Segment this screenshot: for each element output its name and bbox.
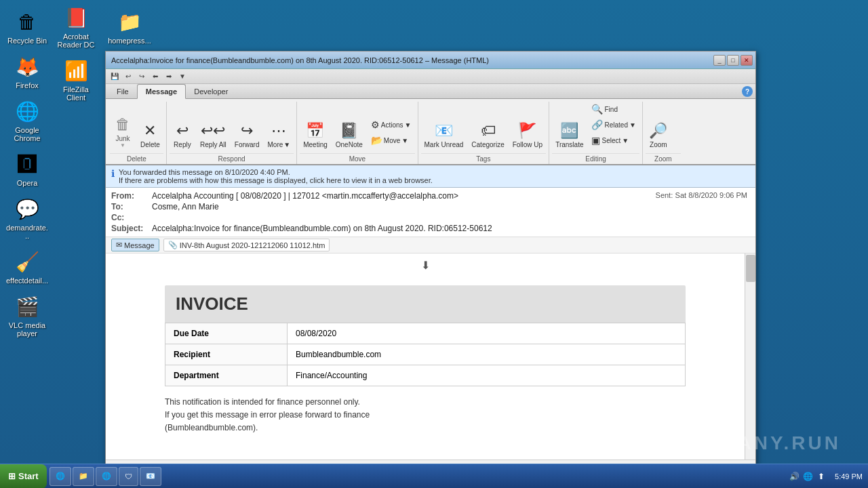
to-label: To:	[111, 202, 152, 211]
redo-qa-button[interactable]: ↪	[136, 70, 148, 83]
message-header: From: Accelalpha Accounting [ 08/08/2020…	[106, 188, 755, 237]
chrome-label: Google Chrome	[5, 126, 49, 142]
invoice-table: Due Date 08/08/2020 Recipient Bumbleandb…	[165, 323, 686, 386]
save-qa-button[interactable]: 💾	[108, 70, 121, 83]
tags-group-label: Tags	[421, 153, 547, 164]
recipient-label: Recipient	[165, 344, 288, 365]
desktop-icon-firefox[interactable]: 🦊 Firefox	[3, 50, 52, 92]
from-row: From: Accelalpha Accounting [ 08/08/2020…	[111, 190, 656, 201]
meeting-icon: 📅	[306, 122, 324, 140]
ribbon-group-respond: ↩ Reply ↩↩ Reply All ↪ Forward ⋯ Mo	[167, 102, 297, 164]
tray-volume-icon[interactable]: 🔊	[789, 471, 800, 482]
scrollbar[interactable]	[745, 253, 755, 460]
desktop-icon-acrobat[interactable]: 📕 Acrobat Reader DC	[52, 1, 100, 52]
editing-group-label: Editing	[552, 153, 639, 164]
ribbon-group-tags: 📧 Mark Unread 🏷 Categorize 🚩 Follow Up T…	[418, 102, 550, 164]
zoom-button[interactable]: 🔎 Zoom	[646, 120, 671, 150]
reply-all-button[interactable]: ↩↩ Reply All	[197, 120, 230, 150]
respond-group-buttons: ↩ Reply ↩↩ Reply All ↪ Forward ⋯ Mo	[170, 102, 294, 153]
desktop-icon-ccleaner[interactable]: 🧹 effectdetail...	[3, 245, 52, 287]
desktop-icon-skype[interactable]: 💬 demandrate...	[3, 192, 52, 243]
due-date-value: 08/08/2020	[288, 323, 686, 344]
chrome-icon: 🌐	[14, 98, 41, 125]
more-respond-icon: ⋯	[271, 122, 286, 140]
help-button[interactable]: ?	[742, 86, 753, 97]
start-button[interactable]: ⊞ Start	[0, 464, 47, 489]
tray-sync-icon[interactable]: ⬆	[816, 471, 827, 482]
undo-qa-button[interactable]: ↩	[122, 70, 134, 83]
taskbar-items: 🌐 📁 🌐 🛡 📧	[47, 464, 781, 488]
taskbar-chrome[interactable]: 🌐	[96, 467, 117, 486]
junk-button[interactable]: 🗑 Junk ▼	[110, 114, 136, 150]
tab-message[interactable]: Message	[137, 84, 186, 99]
to-value: Cosme, Ann Marie	[152, 202, 656, 211]
next-qa-button[interactable]: ➡	[163, 70, 175, 83]
taskbar-folder[interactable]: 📁	[73, 467, 94, 486]
message-tab[interactable]: ✉ Message	[111, 239, 159, 251]
quick-access-toolbar: 💾 ↩ ↪ ⬅ ➡ ▼	[106, 69, 755, 84]
more-qa-button[interactable]: ▼	[176, 70, 189, 83]
select-button[interactable]: ▣ Select ▼	[588, 133, 639, 148]
taskbar-ie[interactable]: 🌐	[50, 467, 71, 486]
tab-file[interactable]: File	[108, 85, 137, 98]
find-button[interactable]: 🔍 Find	[588, 102, 639, 117]
tab-developer[interactable]: Developer	[186, 85, 236, 98]
down-arrow-indicator: ⬇	[111, 259, 739, 272]
vlc-label: VLC media player	[5, 321, 49, 338]
onenote-button[interactable]: 📓 OneNote	[332, 120, 366, 150]
translate-button[interactable]: 🔤 Translate	[552, 120, 587, 150]
info-icon: ℹ	[111, 168, 115, 179]
mark-unread-button[interactable]: 📧 Mark Unread	[421, 120, 467, 150]
move-button[interactable]: 📂 Move ▼	[368, 133, 415, 148]
inv-tab-label: INV-8th August 2020-121212060 11012.htm	[180, 241, 326, 249]
forward-button[interactable]: ↪ Forward	[231, 120, 263, 150]
clock: 5:49 PM	[835, 472, 863, 481]
select-icon: ▣	[591, 135, 600, 146]
taskbar-antivirus[interactable]: 🛡	[119, 467, 138, 486]
ribbon-group-zoom: 🔎 Zoom Zoom	[643, 102, 684, 164]
firefox-label: Firefox	[16, 81, 39, 89]
onenote-icon: 📓	[340, 122, 358, 140]
restore-button[interactable]: □	[727, 55, 739, 66]
move-icon: 📂	[371, 135, 382, 146]
desktop-icon-chrome[interactable]: 🌐 Google Chrome	[3, 95, 52, 145]
reply-icon: ↩	[176, 122, 189, 140]
ribbon: 🗑 Junk ▼ ✕ Delete Delete ↩ Reply	[106, 99, 755, 165]
reply-button[interactable]: ↩ Reply	[170, 120, 195, 150]
message-tab-label: Message	[124, 241, 155, 249]
info-bar[interactable]: ℹ You forwarded this message on 8/10/202…	[106, 165, 755, 188]
desktop-icon-opera[interactable]: 🅾 Opera	[3, 148, 52, 190]
title-bar: Accelalpha:Invoice for finance(Bumbleand…	[106, 52, 755, 69]
desktop-icon-homepress[interactable]: 📁 homepress...	[105, 5, 154, 47]
tray-network-icon[interactable]: 🌐	[802, 471, 813, 482]
subject-value: Accelalpha:Invoice for finance(Bumbleand…	[152, 224, 656, 233]
related-icon: 🔗	[591, 119, 603, 130]
categorize-button[interactable]: 🏷 Categorize	[468, 120, 507, 150]
tags-group-buttons: 📧 Mark Unread 🏷 Categorize 🚩 Follow Up	[421, 102, 547, 153]
translate-icon: 🔤	[560, 122, 578, 140]
zoom-group-label: Zoom	[646, 153, 681, 164]
firefox-icon: 🦊	[14, 53, 41, 80]
related-button[interactable]: 🔗 Related ▼	[588, 117, 639, 132]
more-respond-button[interactable]: ⋯ More ▼	[264, 120, 294, 150]
delete-icon: ✕	[144, 122, 156, 140]
invoice-title: INVOICE	[165, 285, 686, 323]
follow-up-button[interactable]: 🚩 Follow Up	[509, 120, 546, 150]
meeting-button[interactable]: 📅 Meeting	[300, 120, 331, 150]
message-tab-icon: ✉	[116, 241, 122, 249]
opera-icon: 🅾	[14, 150, 41, 178]
actions-button[interactable]: ⚙ Actions ▼	[368, 117, 415, 132]
desktop-icon-vlc[interactable]: 🎬 VLC media player	[3, 290, 52, 340]
taskbar-misc[interactable]: 📧	[140, 467, 161, 486]
desktop-icon-filezilla[interactable]: 📶 FileZilla Client	[52, 54, 100, 104]
from-label: From:	[111, 191, 152, 201]
filezilla-label: FileZilla Client	[54, 85, 98, 102]
ccleaner-label: effectdetail...	[6, 277, 48, 285]
inv-attachment-tab[interactable]: 📎 INV-8th August 2020-121212060 11012.ht…	[163, 239, 330, 251]
minimize-button[interactable]: _	[713, 55, 726, 66]
close-button[interactable]: ✕	[741, 55, 753, 66]
prev-qa-button[interactable]: ⬅	[149, 70, 161, 83]
ribbon-group-editing: 🔤 Translate 🔍 Find 🔗 Related ▼	[549, 102, 643, 164]
desktop-icon-recycle-bin[interactable]: 🗑 Recycle Bin	[3, 5, 52, 47]
delete-button[interactable]: ✕ Delete	[137, 120, 163, 150]
